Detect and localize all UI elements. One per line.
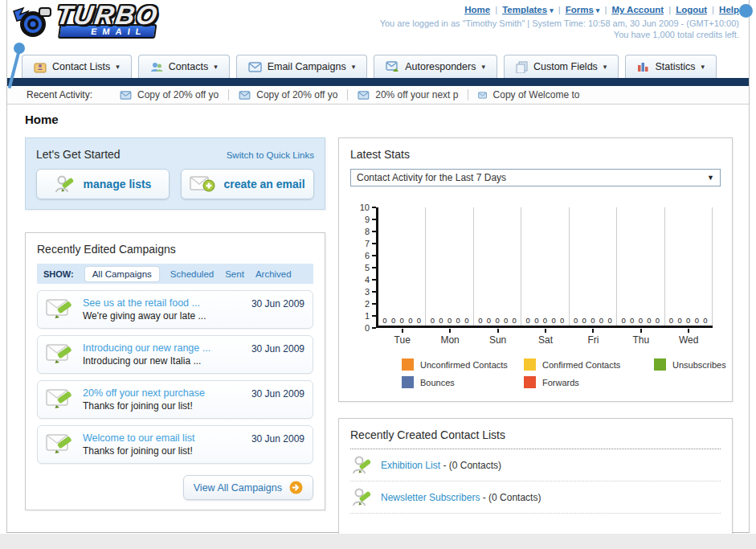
recent-activity-text: Copy of Welcome to: [493, 89, 580, 100]
arrow-circle-icon: [289, 481, 303, 494]
campaign-title-link[interactable]: Introducing our new range ...: [83, 342, 243, 355]
campaign-subtitle: We're giving away our late ...: [83, 310, 243, 322]
header: TURBO EMAIL Home|Templates▾|Forms▾|My Ac…: [7, 0, 749, 50]
chart-day-group: 00000: [617, 207, 664, 326]
recent-activity-item[interactable]: Copy of Welcome to: [468, 89, 589, 100]
campaign-subtitle: Thanks for joining our list!: [83, 445, 243, 457]
data-value-label: 0: [400, 316, 404, 325]
separator: |: [558, 5, 561, 14]
legend-item: Unsubscribes: [654, 358, 756, 371]
nav-link-my-account[interactable]: My Account: [611, 5, 664, 14]
tab-autoresponders[interactable]: Autoresponders ▾: [374, 55, 497, 78]
filter-scheduled[interactable]: Scheduled: [170, 269, 214, 279]
manage-lists-button[interactable]: manage lists: [36, 169, 170, 199]
nav-link-label: Forms: [566, 5, 594, 14]
get-started-panel: Let's Get Started Switch to Quick Links …: [25, 137, 325, 210]
switch-quick-links-link[interactable]: Switch to Quick Links: [227, 150, 314, 160]
legend-label: Forwards: [542, 378, 579, 387]
contact-list-link[interactable]: Newsletter Subscribers: [381, 492, 480, 503]
person-pencil-icon: [352, 486, 373, 508]
filter-archived[interactable]: Archived: [255, 269, 292, 279]
campaign-date: 30 Jun 2009: [251, 298, 304, 309]
data-value-label: 0: [599, 316, 603, 325]
data-value-label: 0: [582, 316, 586, 325]
recent-activity-item[interactable]: Copy of 20% off yo: [110, 89, 229, 100]
tab-contact-lists[interactable]: Contact Lists ▾: [22, 55, 132, 78]
nav-link-templates[interactable]: Templates▾: [502, 5, 554, 14]
main-content: Home Let's Get Started Switch to Quick L…: [7, 104, 749, 549]
data-value-label: 0: [656, 316, 660, 325]
chevron-down-icon: ▾: [214, 63, 218, 71]
chart-day-group: 00000: [570, 207, 617, 326]
filter-all-campaigns[interactable]: All Campaigns: [85, 267, 159, 281]
footer-band: [0, 534, 756, 549]
chevron-down-icon: ▾: [116, 63, 120, 71]
recent-activity-bar: Recent Activity: Copy of 20% off yo Copy…: [7, 86, 749, 104]
legend-label: Unsubscribes: [672, 360, 726, 370]
legend-swatch: [402, 376, 414, 388]
x-tick-label: Sat: [521, 329, 569, 346]
nav-link-home[interactable]: Home: [464, 5, 490, 14]
tab-statistics[interactable]: Statistics ▾: [625, 55, 717, 78]
create-email-button[interactable]: create an email: [181, 169, 314, 199]
campaign-row[interactable]: Introducing our new range ... Introducin…: [37, 335, 313, 374]
page-title: Home: [25, 113, 733, 126]
legend-label: Confirmed Contacts: [542, 360, 620, 370]
campaign-title-link[interactable]: See us at the retail food ...: [83, 297, 243, 310]
data-value-label: 0: [574, 316, 578, 325]
recent-activity-text: Copy of 20% off yo: [256, 89, 337, 100]
contact-list-row[interactable]: Exhibition List - (0 Contacts): [350, 449, 721, 481]
header-nav: Home|Templates▾|Forms▾|My Account|Logout…: [464, 5, 739, 14]
data-value-label: 0: [513, 316, 517, 325]
right-column: Latest Stats Contact Activity for the La…: [338, 137, 733, 549]
login-info: You are logged in as "Timothy Smith" | S…: [380, 18, 739, 40]
contact-list-link[interactable]: Exhibition List: [381, 460, 440, 471]
nav-link-logout[interactable]: Logout: [676, 5, 707, 14]
person-pencil-icon: [352, 454, 373, 476]
recent-activity-item[interactable]: 20% off your next p: [348, 89, 468, 100]
logo[interactable]: TURBO EMAIL: [12, 3, 157, 42]
data-value-label: 0: [487, 316, 491, 325]
campaign-title-link[interactable]: Welcome to our email list: [83, 432, 243, 445]
stats-dropdown-value: Contact Activity for the Last 7 Days: [357, 172, 506, 183]
data-value-label: 0: [504, 316, 508, 325]
data-value-label: 0: [551, 316, 555, 325]
chart-plot: 00000000000000000000000000000000000: [376, 207, 713, 328]
campaign-title-link[interactable]: 20% off your next purchase: [83, 387, 243, 400]
envelope-icon: [358, 91, 370, 100]
campaign-row[interactable]: 20% off your next purchase Thanks for jo…: [37, 380, 313, 419]
chevron-down-icon: ▾: [352, 63, 356, 71]
tab-custom-fields[interactable]: Custom Fields ▾: [504, 55, 619, 78]
tab-label: Email Campaigns: [268, 61, 346, 72]
filter-sent[interactable]: Sent: [225, 269, 244, 279]
chevron-down-icon: ▾: [550, 6, 554, 14]
campaign-envelope-icon: [46, 342, 75, 364]
create-email-label: create an email: [223, 178, 304, 191]
stats-dropdown[interactable]: Contact Activity for the Last 7 Days ▼: [350, 169, 721, 186]
help-bubble-icon[interactable]: [739, 4, 753, 18]
envelope-plus-icon: [190, 174, 215, 194]
campaign-date: 30 Jun 2009: [251, 433, 304, 445]
data-value-label: 0: [677, 316, 681, 325]
logo-subtitle: EMAIL: [90, 27, 147, 36]
campaign-row[interactable]: See us at the retail food ... We're givi…: [37, 290, 313, 329]
y-axis-labels: 109876543210: [355, 207, 376, 328]
data-value-label: 0: [391, 316, 395, 325]
data-value-label: 0: [408, 316, 412, 325]
nav-link-help[interactable]: Help: [719, 5, 739, 14]
tab-email-campaigns[interactable]: Email Campaigns ▾: [236, 55, 368, 78]
tab-contacts[interactable]: Contacts ▾: [138, 55, 230, 78]
campaign-text: Welcome to our email list Thanks for joi…: [83, 432, 243, 457]
person-pencil-icon: [55, 174, 76, 195]
view-all-campaigns-button[interactable]: View All Campaigns: [183, 475, 313, 500]
data-value-label: 0: [639, 316, 643, 325]
email-campaigns-icon: [248, 62, 262, 72]
nav-link-forms[interactable]: Forms▾: [566, 5, 600, 14]
recently-created-contact-lists-panel: Recently Created Contact Lists Exhibitio…: [338, 418, 733, 549]
campaign-row[interactable]: Welcome to our email list Thanks for joi…: [37, 425, 313, 464]
recent-activity-text: 20% off your next p: [375, 89, 458, 100]
recent-activity-item[interactable]: Copy of 20% off yo: [229, 89, 348, 100]
contact-list-row[interactable]: Newsletter Subscribers - (0 Contacts): [350, 481, 721, 514]
contact-list-text: Exhibition List - (0 Contacts): [381, 460, 501, 471]
campaign-text: See us at the retail food ... We're givi…: [83, 297, 243, 322]
